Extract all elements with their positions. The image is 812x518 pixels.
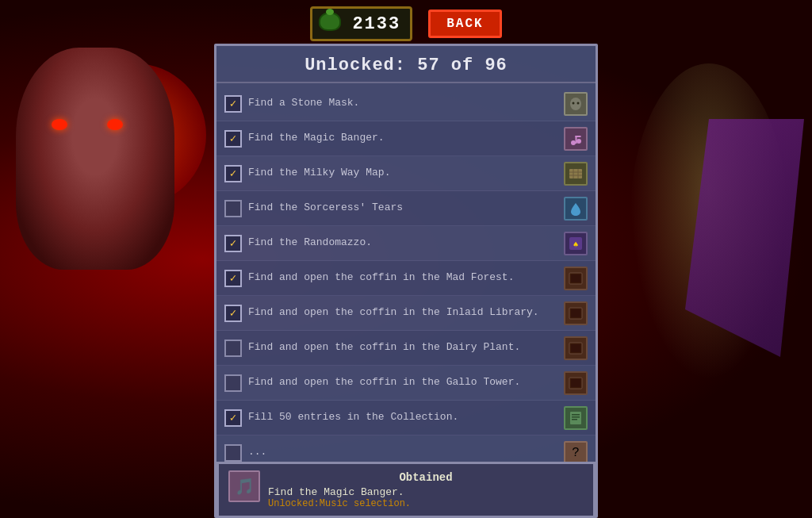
checkbox[interactable] — [224, 444, 242, 462]
vampire-figure-left — [0, 0, 222, 518]
item-icon — [564, 406, 588, 430]
checkbox[interactable] — [224, 374, 242, 392]
svg-point-1 — [573, 102, 575, 104]
svg-rect-6 — [576, 136, 581, 137]
checkbox[interactable] — [224, 305, 242, 322]
svg-rect-21 — [571, 379, 580, 387]
item-text: Find the Magic Banger. — [248, 132, 557, 145]
list-item: Find and open the coffin in the Inlaid L… — [216, 296, 596, 331]
svg-text:♠: ♠ — [573, 240, 579, 250]
list-item: Find and open the coffin in the Mad Fore… — [216, 261, 596, 296]
tooltip-item-name: Find the Magic Banger. — [268, 486, 584, 498]
tooltip-obtained-label: Obtained — [399, 471, 452, 484]
gold-counter: 2133 — [310, 6, 412, 41]
list-item: Fill 50 entries in the Collection. — [216, 401, 596, 436]
svg-point-4 — [576, 139, 581, 144]
tooltip-content: Obtained Find the Magic Banger. Unlocked… — [268, 470, 584, 509]
checkbox[interactable] — [224, 165, 242, 182]
tooltip-title-row: Obtained — [268, 470, 584, 485]
list-item: Find the Randomazzo.♠ — [216, 226, 596, 261]
svg-rect-22 — [570, 412, 581, 424]
item-text: Find and open the coffin in the Dairy Pl… — [248, 341, 557, 355]
gold-bag-icon — [319, 12, 341, 31]
item-text: ... — [248, 446, 557, 459]
item-text: Find the Milky Way Map. — [248, 167, 557, 180]
svg-point-2 — [577, 102, 580, 104]
checkbox[interactable] — [224, 130, 242, 148]
svg-rect-25 — [572, 419, 577, 420]
list-item: Find and open the coffin in the Gallo To… — [216, 366, 596, 401]
checkbox[interactable] — [224, 340, 242, 357]
item-icon: ? — [564, 441, 588, 465]
item-icon — [564, 336, 588, 360]
tooltip-unlock-text: Unlocked:Music selection. — [268, 498, 584, 509]
svg-rect-15 — [571, 274, 580, 282]
svg-point-3 — [571, 140, 576, 145]
list-item: Find and open the coffin in the Dairy Pl… — [216, 331, 596, 366]
vampire-face-inner — [16, 48, 174, 270]
panel-title: Unlocked: 57 of 96 — [304, 56, 508, 75]
checkbox[interactable] — [224, 95, 242, 113]
item-icon — [564, 301, 588, 325]
checklist[interactable]: Find a Stone Mask.Find the Magic Banger.… — [216, 83, 596, 516]
gold-icon — [319, 12, 347, 36]
svg-rect-7 — [569, 169, 582, 178]
svg-rect-23 — [572, 414, 580, 416]
gold-amount: 2133 — [352, 14, 400, 34]
item-text: Fill 50 entries in the Collection. — [248, 411, 557, 424]
checkbox[interactable] — [224, 235, 242, 252]
vampire-face — [16, 48, 190, 286]
svg-rect-17 — [571, 309, 580, 317]
list-item: Find the Sorceress' Tears — [216, 191, 596, 226]
item-text: Find the Randomazzo. — [248, 236, 557, 250]
item-icon — [564, 127, 588, 151]
vampire-eye-right — [107, 119, 123, 130]
svg-point-0 — [570, 98, 581, 110]
checkbox[interactable] — [224, 409, 242, 427]
list-item: Find the Milky Way Map. — [216, 156, 596, 191]
svg-rect-19 — [571, 344, 580, 352]
list-item: Find the Magic Banger. — [216, 121, 596, 156]
svg-rect-24 — [572, 416, 580, 418]
item-icon — [564, 371, 588, 395]
checkbox[interactable] — [224, 200, 242, 217]
vampire-eye-left — [52, 119, 67, 130]
item-text: Find and open the coffin in the Gallo To… — [248, 376, 557, 389]
item-icon — [564, 162, 588, 186]
item-icon — [564, 267, 588, 290]
item-text: Find and open the coffin in the Mad Fore… — [248, 271, 557, 285]
item-text: Find a Stone Mask. — [248, 97, 557, 110]
top-bar: 2133 BACK — [0, 6, 812, 41]
item-icon: ♠ — [564, 232, 588, 255]
item-text: Find and open the coffin in the Inlaid L… — [248, 306, 557, 320]
tooltip-icon: 🎵 — [228, 470, 260, 502]
item-text: Find the Sorceress' Tears — [248, 201, 557, 215]
back-button[interactable]: BACK — [428, 10, 501, 38]
tooltip-popup: 🎵 Obtained Find the Magic Banger. Unlock… — [216, 462, 596, 516]
list-item: Find a Stone Mask. — [216, 86, 596, 121]
item-icon — [564, 197, 588, 221]
main-panel: Unlocked: 57 of 96 Find a Stone Mask.Fin… — [214, 44, 598, 518]
panel-header: Unlocked: 57 of 96 — [216, 46, 596, 83]
item-icon — [564, 92, 588, 116]
checkbox[interactable] — [224, 270, 242, 287]
tooltip-icon-symbol: 🎵 — [235, 477, 255, 497]
